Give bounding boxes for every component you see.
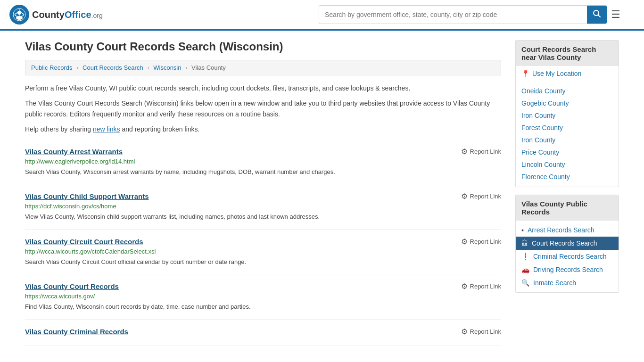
list-item[interactable]: ▪ Arrest Records Search <box>516 223 619 237</box>
report-label: Report Link <box>470 238 501 245</box>
list-item: Oneida County <box>516 85 619 97</box>
record-url[interactable]: https://dcf.wisconsin.gov/cs/home <box>25 203 501 210</box>
list-item: Iron County <box>516 134 619 146</box>
record-url[interactable]: https://wcca.wicourts.gov/ <box>25 293 501 300</box>
driving-icon: 🚗 <box>521 266 529 273</box>
search-area: ☰ <box>319 5 620 24</box>
record-desc: Search Vilas County Circuit Court offici… <box>25 257 501 267</box>
page-title: Vilas County Court Records Search (Wisco… <box>25 40 501 53</box>
report-icon: ⚙ <box>461 282 468 291</box>
report-link[interactable]: ⚙ Report Link <box>461 282 501 291</box>
record-item: Vilas County Arrest Warrants ⚙ Report Li… <box>25 140 501 185</box>
list-item: Florence County <box>516 171 619 183</box>
desc-3-prefix: Help others by sharing <box>25 125 93 133</box>
report-link[interactable]: ⚙ Report Link <box>461 327 501 336</box>
desc-3-suffix: and reporting broken links. <box>120 125 200 133</box>
public-records-section: Vilas County Public Records ▪ Arrest Rec… <box>515 195 619 293</box>
nearby-county-link[interactable]: Gogebic County <box>521 99 569 107</box>
menu-icon[interactable]: ☰ <box>611 8 620 21</box>
search-button[interactable] <box>587 6 607 24</box>
record-desc: View Vilas County, Wisconsin child suppo… <box>25 212 501 222</box>
search-box <box>319 5 607 24</box>
nearby-county-link[interactable]: Lincoln County <box>521 161 565 168</box>
record-item: Vilas County Criminal Records ⚙ Report L… <box>25 320 501 346</box>
criminal-icon: ❗ <box>521 253 529 260</box>
nearby-section: Court Records Search near Vilas County 📍… <box>515 40 619 187</box>
search-input[interactable] <box>319 7 587 22</box>
header: CountyOffice.org ☰ <box>0 0 644 31</box>
record-title[interactable]: Vilas County Criminal Records <box>25 328 128 336</box>
list-item[interactable]: ❗ Criminal Records Search <box>516 250 619 263</box>
list-item: Lincoln County <box>516 158 619 171</box>
desc-1: Perform a free Vilas County, WI public c… <box>25 83 501 93</box>
breadcrumb-court-records[interactable]: Court Records Search <box>83 64 143 71</box>
use-location-row: 📍 Use My Location <box>516 66 619 81</box>
nearby-county-link[interactable]: Florence County <box>521 173 570 181</box>
nearby-county-link[interactable]: Forest County <box>521 124 563 132</box>
court-icon: 🏛 <box>521 239 528 247</box>
report-icon: ⚙ <box>461 237 468 246</box>
public-records-title: Vilas County Public Records <box>516 195 619 221</box>
desc-3: Help others by sharing new links and rep… <box>25 124 501 134</box>
report-label: Report Link <box>470 148 501 155</box>
record-header: Vilas County Court Records ⚙ Report Link <box>25 282 501 291</box>
breadcrumb-vilas: Vilas County <box>191 64 226 71</box>
report-icon: ⚙ <box>461 147 468 156</box>
record-title[interactable]: Vilas County Child Support Warrants <box>25 192 149 200</box>
list-item: Gogebic County <box>516 97 619 109</box>
logo-icon <box>9 5 29 25</box>
report-link[interactable]: ⚙ Report Link <box>461 192 501 201</box>
inmate-icon: 🔍 <box>521 279 529 287</box>
nearby-county-link[interactable]: Oneida County <box>521 87 565 95</box>
records-list: Vilas County Arrest Warrants ⚙ Report Li… <box>25 140 501 346</box>
record-item: Vilas County Child Support Warrants ⚙ Re… <box>25 184 501 230</box>
list-item: Iron County <box>516 109 619 122</box>
report-link[interactable]: ⚙ Report Link <box>461 237 501 246</box>
record-header: Vilas County Criminal Records ⚙ Report L… <box>25 327 501 336</box>
logo-text: CountyOffice.org <box>32 9 103 20</box>
content-area: Vilas County Court Records Search (Wisco… <box>25 40 501 346</box>
arrest-records-link[interactable]: Arrest Records Search <box>528 226 594 234</box>
criminal-records-link[interactable]: Criminal Records Search <box>533 253 607 260</box>
arrest-icon: ▪ <box>521 226 524 234</box>
record-url[interactable]: http://www.eagleriverpolice.org/id14.htm… <box>25 158 501 165</box>
record-title[interactable]: Vilas County Circuit Court Records <box>25 238 143 246</box>
record-url[interactable]: http://wcca.wicourts.gov/ctofcCalendarSe… <box>25 248 501 255</box>
new-links[interactable]: new links <box>93 125 120 133</box>
list-item[interactable]: 🔍 Inmate Search <box>516 276 619 289</box>
record-header: Vilas County Arrest Warrants ⚙ Report Li… <box>25 147 501 156</box>
inmate-search-link[interactable]: Inmate Search <box>533 279 576 287</box>
breadcrumb-wisconsin[interactable]: Wisconsin <box>153 64 181 71</box>
record-header: Vilas County Circuit Court Records ⚙ Rep… <box>25 237 501 246</box>
record-header: Vilas County Child Support Warrants ⚙ Re… <box>25 192 501 201</box>
breadcrumb-sep-1: › <box>76 64 78 71</box>
sidebar: Court Records Search near Vilas County 📍… <box>515 40 619 346</box>
breadcrumb: Public Records › Court Records Search › … <box>25 60 501 75</box>
report-icon: ⚙ <box>461 327 468 336</box>
court-records-label: Court Records Search <box>532 239 597 247</box>
nearby-title: Court Records Search near Vilas County <box>516 41 619 66</box>
list-item[interactable]: 🚗 Driving Records Search <box>516 263 619 276</box>
report-icon: ⚙ <box>461 192 468 201</box>
breadcrumb-public-records[interactable]: Public Records <box>31 64 72 71</box>
record-desc: Search Vilas County, Wisconsin arrest wa… <box>25 167 501 177</box>
list-item: Price County <box>516 146 619 158</box>
record-item: Vilas County Circuit Court Records ⚙ Rep… <box>25 230 501 275</box>
list-item: Forest County <box>516 122 619 134</box>
nearby-county-link[interactable]: Price County <box>521 148 559 156</box>
nearby-county-link[interactable]: Iron County <box>521 136 555 144</box>
nearby-county-link[interactable]: Iron County <box>521 112 555 119</box>
nearby-list: Oneida County Gogebic County Iron County… <box>516 81 619 187</box>
record-title[interactable]: Vilas County Arrest Warrants <box>25 148 123 156</box>
breadcrumb-sep-2: › <box>147 64 149 71</box>
record-desc: Find Vilas County, Wisconsin court recor… <box>25 302 501 312</box>
record-title[interactable]: Vilas County Court Records <box>25 282 119 290</box>
driving-records-link[interactable]: Driving Records Search <box>533 266 603 273</box>
logo-area: CountyOffice.org <box>9 5 103 25</box>
list-item-active[interactable]: 🏛 Court Records Search <box>516 237 619 250</box>
svg-line-6 <box>598 15 601 17</box>
public-records-list: ▪ Arrest Records Search 🏛 Court Records … <box>516 221 619 292</box>
report-link[interactable]: ⚙ Report Link <box>461 147 501 156</box>
record-item: Vilas County Court Records ⚙ Report Link… <box>25 274 501 320</box>
use-location-link[interactable]: Use My Location <box>532 70 581 77</box>
